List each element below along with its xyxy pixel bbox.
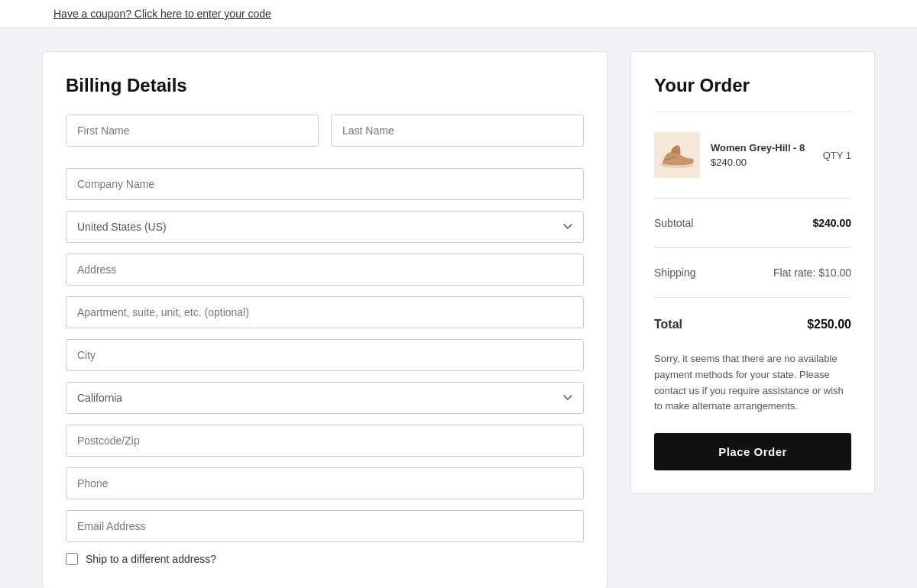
product-image xyxy=(654,132,700,178)
order-divider-2 xyxy=(654,247,851,248)
apartment-group xyxy=(66,296,584,328)
email-group xyxy=(66,510,584,542)
address-group xyxy=(66,254,584,286)
total-label: Total xyxy=(654,318,682,331)
first-name-group xyxy=(66,115,319,147)
phone-group xyxy=(66,467,584,499)
postcode-input[interactable] xyxy=(66,425,584,457)
last-name-group xyxy=(331,115,584,147)
subtotal-row: Subtotal $240.00 xyxy=(654,211,851,235)
shipping-value: $10.00 xyxy=(818,267,851,279)
place-order-button[interactable]: Place Order xyxy=(654,433,851,470)
city-group xyxy=(66,339,584,371)
city-input[interactable] xyxy=(66,339,584,371)
product-details: Women Grey-Hill - 8 $240.00 xyxy=(711,142,812,168)
subtotal-label: Subtotal xyxy=(654,217,693,229)
billing-section: Billing Details United States (US) Canad… xyxy=(42,51,608,588)
postcode-group xyxy=(66,425,584,457)
order-divider-top xyxy=(654,111,851,112)
state-select[interactable]: Alabama Alaska Arizona Arkansas Californ… xyxy=(66,382,584,414)
state-group: Alabama Alaska Arizona Arkansas Californ… xyxy=(66,382,584,414)
address-input[interactable] xyxy=(66,254,584,286)
first-name-input[interactable] xyxy=(66,115,319,147)
payment-notice: Sorry, it seems that there are no availa… xyxy=(654,351,851,415)
top-bar: Have a coupon? Click here to enter your … xyxy=(0,0,917,28)
shipping-method: Flat rate: xyxy=(773,267,815,279)
total-row: Total $250.00 xyxy=(654,310,851,339)
qty-value: 1 xyxy=(846,150,851,161)
billing-title: Billing Details xyxy=(66,75,584,96)
shipping-detail: Flat rate: $10.00 xyxy=(773,267,851,279)
product-name: Women Grey-Hill - 8 xyxy=(711,142,812,153)
order-divider-3 xyxy=(654,297,851,298)
phone-input[interactable] xyxy=(66,467,584,499)
order-divider-1 xyxy=(654,198,851,199)
ship-checkbox-row: Ship to a different address? xyxy=(66,553,584,565)
coupon-text[interactable]: Have a coupon? Click here to enter your … xyxy=(53,8,271,20)
country-select[interactable]: United States (US) Canada United Kingdom xyxy=(66,211,584,243)
country-group: United States (US) Canada United Kingdom xyxy=(66,211,584,243)
ship-checkbox[interactable] xyxy=(66,553,78,565)
company-name-input[interactable] xyxy=(66,168,584,200)
shipping-row: Shipping Flat rate: $10.00 xyxy=(654,260,851,285)
shipping-label: Shipping xyxy=(654,267,696,279)
total-value: $250.00 xyxy=(807,318,851,331)
product-qty: QTY 1 xyxy=(823,150,851,161)
qty-label: QTY xyxy=(823,150,844,161)
company-name-group xyxy=(66,168,584,200)
coupon-link[interactable]: Have a coupon? Click here to enter your … xyxy=(53,8,271,20)
apartment-input[interactable] xyxy=(66,296,584,328)
order-section: Your Order Women Grey-Hill - 8 $240.00 Q… xyxy=(630,51,875,494)
shoe-icon xyxy=(658,140,696,170)
product-price: $240.00 xyxy=(711,157,812,168)
subtotal-value: $240.00 xyxy=(812,217,851,229)
order-title: Your Order xyxy=(654,75,851,96)
last-name-input[interactable] xyxy=(331,115,584,147)
name-row xyxy=(66,115,584,157)
ship-checkbox-label[interactable]: Ship to a different address? xyxy=(86,553,216,565)
main-container: Billing Details United States (US) Canad… xyxy=(27,28,890,588)
email-input[interactable] xyxy=(66,510,584,542)
order-item: Women Grey-Hill - 8 $240.00 QTY 1 xyxy=(654,124,851,186)
